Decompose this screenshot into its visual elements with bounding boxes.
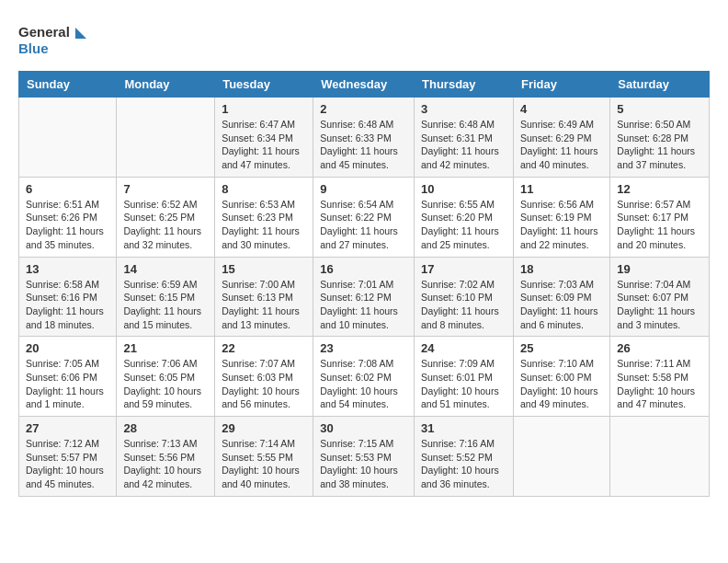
day-number: 26 xyxy=(617,341,702,355)
day-info: Sunrise: 7:06 AM Sunset: 6:05 PM Dayligh… xyxy=(123,357,208,411)
day-info: Sunrise: 7:03 AM Sunset: 6:09 PM Dayligh… xyxy=(520,278,603,332)
calendar-cell: 23Sunrise: 7:08 AM Sunset: 6:02 PM Dayli… xyxy=(313,337,415,417)
calendar-cell: 12Sunrise: 6:57 AM Sunset: 6:17 PM Dayli… xyxy=(610,177,710,257)
day-info: Sunrise: 6:59 AM Sunset: 6:15 PM Dayligh… xyxy=(123,278,208,332)
day-info: Sunrise: 6:48 AM Sunset: 6:31 PM Dayligh… xyxy=(421,118,506,172)
day-info: Sunrise: 6:53 AM Sunset: 6:23 PM Dayligh… xyxy=(222,198,306,252)
day-info: Sunrise: 7:00 AM Sunset: 6:13 PM Dayligh… xyxy=(222,278,306,332)
calendar-cell xyxy=(610,417,710,497)
calendar-cell: 17Sunrise: 7:02 AM Sunset: 6:10 PM Dayli… xyxy=(415,257,514,337)
day-info: Sunrise: 7:09 AM Sunset: 6:01 PM Dayligh… xyxy=(421,357,506,411)
calendar-cell xyxy=(513,417,609,497)
day-number: 4 xyxy=(520,102,603,116)
calendar-week-4: 20Sunrise: 7:05 AM Sunset: 6:06 PM Dayli… xyxy=(19,337,710,417)
day-number: 31 xyxy=(421,421,506,435)
day-info: Sunrise: 6:57 AM Sunset: 6:17 PM Dayligh… xyxy=(617,198,702,252)
calendar-cell: 7Sunrise: 6:52 AM Sunset: 6:25 PM Daylig… xyxy=(117,177,215,257)
calendar-cell: 10Sunrise: 6:55 AM Sunset: 6:20 PM Dayli… xyxy=(415,177,514,257)
day-number: 3 xyxy=(421,102,506,116)
calendar-cell: 21Sunrise: 7:06 AM Sunset: 6:05 PM Dayli… xyxy=(117,337,215,417)
day-info: Sunrise: 7:11 AM Sunset: 5:58 PM Dayligh… xyxy=(617,357,702,411)
calendar-cell: 19Sunrise: 7:04 AM Sunset: 6:07 PM Dayli… xyxy=(610,257,710,337)
day-number: 15 xyxy=(222,262,306,276)
day-header-thursday: Thursday xyxy=(415,72,514,98)
svg-text:General: General xyxy=(18,24,70,40)
day-number: 7 xyxy=(123,182,208,196)
day-info: Sunrise: 7:07 AM Sunset: 6:03 PM Dayligh… xyxy=(222,357,306,411)
day-header-saturday: Saturday xyxy=(610,72,710,98)
calendar-cell: 11Sunrise: 6:56 AM Sunset: 6:19 PM Dayli… xyxy=(513,177,609,257)
calendar-week-5: 27Sunrise: 7:12 AM Sunset: 5:57 PM Dayli… xyxy=(19,417,710,497)
day-info: Sunrise: 6:54 AM Sunset: 6:22 PM Dayligh… xyxy=(320,198,407,252)
calendar-cell: 3Sunrise: 6:48 AM Sunset: 6:31 PM Daylig… xyxy=(415,98,514,178)
day-header-tuesday: Tuesday xyxy=(215,72,313,98)
day-number: 28 xyxy=(123,421,208,435)
day-number: 10 xyxy=(421,182,506,196)
calendar-week-2: 6Sunrise: 6:51 AM Sunset: 6:26 PM Daylig… xyxy=(19,177,710,257)
page-header: General Blue xyxy=(18,18,710,60)
day-number: 21 xyxy=(123,341,208,355)
day-info: Sunrise: 6:47 AM Sunset: 6:34 PM Dayligh… xyxy=(222,118,306,172)
day-info: Sunrise: 7:16 AM Sunset: 5:52 PM Dayligh… xyxy=(421,437,506,491)
calendar-cell: 6Sunrise: 6:51 AM Sunset: 6:26 PM Daylig… xyxy=(19,177,117,257)
day-number: 19 xyxy=(617,262,702,276)
calendar-cell: 1Sunrise: 6:47 AM Sunset: 6:34 PM Daylig… xyxy=(215,98,313,178)
day-info: Sunrise: 7:13 AM Sunset: 5:56 PM Dayligh… xyxy=(123,437,208,491)
day-number: 27 xyxy=(26,421,109,435)
calendar-cell: 25Sunrise: 7:10 AM Sunset: 6:00 PM Dayli… xyxy=(513,337,609,417)
day-info: Sunrise: 7:04 AM Sunset: 6:07 PM Dayligh… xyxy=(617,278,702,332)
svg-text:Blue: Blue xyxy=(18,40,49,56)
calendar-cell xyxy=(117,98,215,178)
calendar-cell: 15Sunrise: 7:00 AM Sunset: 6:13 PM Dayli… xyxy=(215,257,313,337)
day-info: Sunrise: 6:48 AM Sunset: 6:33 PM Dayligh… xyxy=(320,118,407,172)
calendar-cell: 27Sunrise: 7:12 AM Sunset: 5:57 PM Dayli… xyxy=(19,417,117,497)
day-number: 1 xyxy=(222,102,306,116)
day-number: 5 xyxy=(617,102,702,116)
day-info: Sunrise: 7:15 AM Sunset: 5:53 PM Dayligh… xyxy=(320,437,407,491)
svg-marker-2 xyxy=(75,28,86,39)
calendar-cell: 22Sunrise: 7:07 AM Sunset: 6:03 PM Dayli… xyxy=(215,337,313,417)
day-number: 30 xyxy=(320,421,407,435)
day-info: Sunrise: 7:10 AM Sunset: 6:00 PM Dayligh… xyxy=(520,357,603,411)
day-number: 18 xyxy=(520,262,603,276)
calendar-table: SundayMondayTuesdayWednesdayThursdayFrid… xyxy=(18,71,710,497)
day-number: 6 xyxy=(26,182,109,196)
day-info: Sunrise: 6:55 AM Sunset: 6:20 PM Dayligh… xyxy=(421,198,506,252)
day-number: 2 xyxy=(320,102,407,116)
header-row: SundayMondayTuesdayWednesdayThursdayFrid… xyxy=(19,72,710,98)
day-info: Sunrise: 6:52 AM Sunset: 6:25 PM Dayligh… xyxy=(123,198,208,252)
day-info: Sunrise: 6:49 AM Sunset: 6:29 PM Dayligh… xyxy=(520,118,603,172)
calendar-cell: 8Sunrise: 6:53 AM Sunset: 6:23 PM Daylig… xyxy=(215,177,313,257)
calendar-cell: 26Sunrise: 7:11 AM Sunset: 5:58 PM Dayli… xyxy=(610,337,710,417)
calendar-cell: 24Sunrise: 7:09 AM Sunset: 6:01 PM Dayli… xyxy=(415,337,514,417)
day-info: Sunrise: 7:02 AM Sunset: 6:10 PM Dayligh… xyxy=(421,278,506,332)
calendar-cell: 5Sunrise: 6:50 AM Sunset: 6:28 PM Daylig… xyxy=(610,98,710,178)
calendar-cell: 14Sunrise: 6:59 AM Sunset: 6:15 PM Dayli… xyxy=(117,257,215,337)
calendar-cell: 13Sunrise: 6:58 AM Sunset: 6:16 PM Dayli… xyxy=(19,257,117,337)
calendar-cell: 4Sunrise: 6:49 AM Sunset: 6:29 PM Daylig… xyxy=(513,98,609,178)
day-header-monday: Monday xyxy=(117,72,215,98)
calendar-cell xyxy=(19,98,117,178)
day-number: 14 xyxy=(123,262,208,276)
calendar-week-3: 13Sunrise: 6:58 AM Sunset: 6:16 PM Dayli… xyxy=(19,257,710,337)
day-info: Sunrise: 7:01 AM Sunset: 6:12 PM Dayligh… xyxy=(320,278,407,332)
day-info: Sunrise: 7:08 AM Sunset: 6:02 PM Dayligh… xyxy=(320,357,407,411)
logo-svg: General Blue xyxy=(18,18,92,60)
calendar-cell: 16Sunrise: 7:01 AM Sunset: 6:12 PM Dayli… xyxy=(313,257,415,337)
day-number: 23 xyxy=(320,341,407,355)
day-info: Sunrise: 7:05 AM Sunset: 6:06 PM Dayligh… xyxy=(26,357,109,411)
day-info: Sunrise: 6:56 AM Sunset: 6:19 PM Dayligh… xyxy=(520,198,603,252)
day-info: Sunrise: 6:51 AM Sunset: 6:26 PM Dayligh… xyxy=(26,198,109,252)
day-number: 16 xyxy=(320,262,407,276)
day-info: Sunrise: 6:58 AM Sunset: 6:16 PM Dayligh… xyxy=(26,278,109,332)
calendar-cell: 30Sunrise: 7:15 AM Sunset: 5:53 PM Dayli… xyxy=(313,417,415,497)
day-header-friday: Friday xyxy=(513,72,609,98)
day-header-wednesday: Wednesday xyxy=(313,72,415,98)
calendar-cell: 18Sunrise: 7:03 AM Sunset: 6:09 PM Dayli… xyxy=(513,257,609,337)
day-info: Sunrise: 7:12 AM Sunset: 5:57 PM Dayligh… xyxy=(26,437,109,491)
day-number: 25 xyxy=(520,341,603,355)
day-header-sunday: Sunday xyxy=(19,72,117,98)
logo: General Blue xyxy=(18,18,92,60)
day-number: 24 xyxy=(421,341,506,355)
day-number: 12 xyxy=(617,182,702,196)
